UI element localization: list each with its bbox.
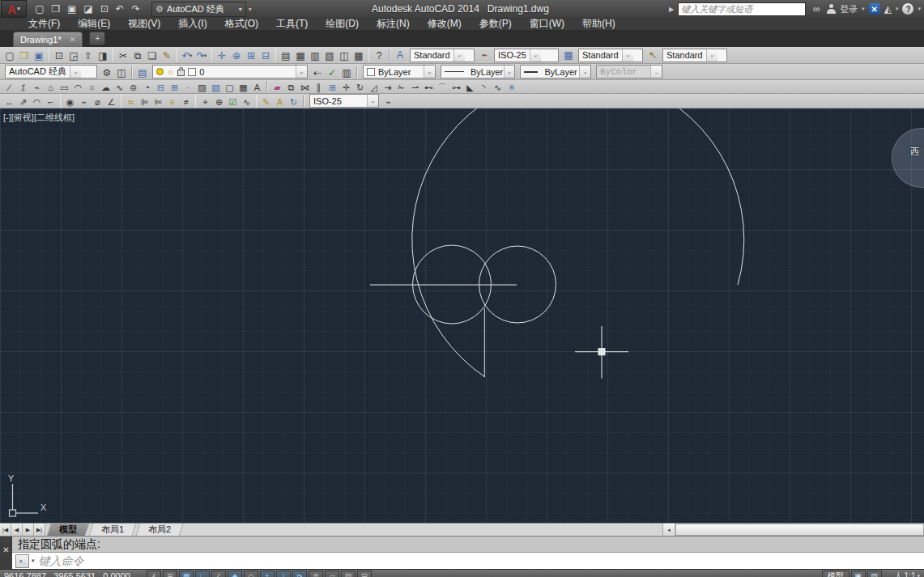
mleader-style-icon[interactable]: ↖ <box>645 49 660 62</box>
chevron-down-icon[interactable]: ⌄ <box>706 49 717 62</box>
plot-preview-icon[interactable]: ◲ <box>66 49 81 62</box>
zoom-window-icon[interactable]: ⊞ <box>244 49 258 62</box>
layout-nav-button-2[interactable]: ▶ <box>23 524 34 536</box>
command-close-icon[interactable]: ✕ <box>2 545 9 554</box>
signin-caret-icon[interactable]: ▾ <box>862 6 865 12</box>
lineweight-combo[interactable]: ByLayer ⌄ <box>520 65 591 78</box>
match-properties-icon[interactable]: ✎ <box>160 49 174 62</box>
move-icon[interactable]: ✛ <box>339 83 353 94</box>
status-selection-cycling[interactable]: ⊟ <box>357 571 372 577</box>
qat-undo-icon[interactable]: ↶▾ <box>113 2 129 16</box>
qat-open-icon[interactable]: ❒ <box>48 2 64 16</box>
line-icon[interactable]: ∕ <box>2 83 16 94</box>
scrollbar-thumb[interactable] <box>675 524 924 536</box>
markup-icon[interactable]: ◫ <box>337 49 351 62</box>
linetype-combo[interactable]: ByLayer ⌄ <box>441 65 515 78</box>
qat-saveas-icon[interactable]: ◪ <box>80 2 96 16</box>
quickcalc-icon[interactable]: ▩ <box>351 49 366 62</box>
offset-icon[interactable]: ∥ <box>312 83 326 94</box>
dim-style-manager-icon[interactable]: ⌁ <box>381 96 395 108</box>
model-space-canvas[interactable]: [-][俯视][二维线框] 西 YX <box>0 108 924 523</box>
command-options-caret-icon[interactable]: ▾ <box>32 558 35 564</box>
dim-style-combo[interactable]: ISO-25 ⌄ <box>494 49 559 62</box>
qat-plot-icon[interactable]: ⊡ <box>96 2 113 16</box>
workspace-combo[interactable]: AutoCAD 经典 ⌄ <box>5 65 97 78</box>
annotation-scale-caret-icon[interactable]: ▾ <box>917 573 920 577</box>
status-dyn[interactable]: ⊳ <box>292 571 307 577</box>
rotate-icon[interactable]: ↻ <box>353 83 367 94</box>
mleader-style-combo[interactable]: Standard ⌄ <box>662 49 727 62</box>
help-icon[interactable]: ? <box>372 49 386 62</box>
horizontal-scrollbar[interactable]: ◂ <box>662 524 924 536</box>
dim-style-icon[interactable]: ⌁ <box>477 49 492 62</box>
status-3dosnap[interactable]: ◇ <box>244 571 258 577</box>
status-snap[interactable]: ⊞ <box>163 571 177 577</box>
dim-radius-icon[interactable]: ◉ <box>63 96 77 108</box>
dim-angular-icon[interactable]: ∠ <box>104 96 118 108</box>
open-icon[interactable]: ❒ <box>17 49 32 62</box>
copy-clip-icon[interactable]: ⧉ <box>130 49 145 62</box>
circle-icon[interactable]: ○ <box>85 83 99 94</box>
region-icon[interactable]: ▢ <box>223 83 236 94</box>
gradient-icon[interactable]: ▧ <box>209 83 223 94</box>
redo-icon[interactable]: ↷▾ <box>194 49 209 62</box>
properties-palette-icon[interactable]: ▤ <box>279 49 293 62</box>
designcenter-icon[interactable]: ▦ <box>293 49 308 62</box>
blend-curves-icon[interactable]: ∿ <box>491 83 505 94</box>
autodesk360-icon[interactable]: ◭ <box>884 3 892 15</box>
layout-tab-布局2[interactable]: 布局2 <box>136 524 184 536</box>
spline-icon[interactable]: ∿ <box>113 83 126 94</box>
pan-icon[interactable]: ✛ <box>215 49 229 62</box>
layer-previous-icon[interactable]: ▥ <box>339 66 354 79</box>
command-input[interactable] <box>37 554 924 568</box>
dim-space-icon[interactable]: ≡ <box>165 96 179 108</box>
trim-icon[interactable]: ✁ <box>394 83 408 94</box>
chevron-down-icon[interactable]: ⌄ <box>504 66 514 78</box>
table-style-combo[interactable]: Standard ⌄ <box>578 49 643 62</box>
dim-inspect-icon[interactable]: ☑ <box>226 96 240 108</box>
menu-insert[interactable]: 插入(I) <box>169 18 215 30</box>
join-icon[interactable]: ⊶ <box>449 83 463 94</box>
layout-tab-布局1[interactable]: 布局1 <box>89 524 137 536</box>
status-polar[interactable]: ∠ <box>211 571 226 577</box>
export-dwf-icon[interactable]: ◨ <box>96 49 110 62</box>
mirror-icon[interactable]: ⋈ <box>298 83 312 94</box>
model-space-button[interactable]: 模型 <box>822 571 849 577</box>
paste-icon[interactable]: ❏ <box>145 49 160 62</box>
chevron-down-icon[interactable]: ⌄ <box>424 66 435 78</box>
chevron-down-icon[interactable]: ⌄ <box>579 66 590 78</box>
chevron-down-icon[interactable]: ⌄ <box>296 66 307 78</box>
annotation-scale-control[interactable]: 人 1:1 ▾ <box>895 571 920 577</box>
scroll-left-icon[interactable]: ◂ <box>663 524 675 536</box>
qat-undo-icon-caret[interactable]: ▾ <box>123 6 126 12</box>
chevron-down-icon[interactable]: ⌄ <box>70 66 81 78</box>
new-drawing-tab-button[interactable]: + <box>89 32 105 45</box>
menu-tools[interactable]: 工具(T) <box>267 18 317 30</box>
object-color-combo[interactable]: ByLayer ⌄ <box>363 65 436 78</box>
menu-edit[interactable]: 编辑(E) <box>69 18 119 30</box>
erase-icon[interactable]: ▰ <box>270 83 284 94</box>
ellipse-arc-icon[interactable]: ◔ <box>140 83 154 94</box>
copy-icon[interactable]: ⧉ <box>284 83 298 94</box>
status-grid[interactable]: ▦ <box>179 571 194 577</box>
dim-linear-icon[interactable]: ↔ <box>2 96 16 108</box>
chevron-down-icon[interactable]: ⌄ <box>622 49 633 62</box>
chamfer-icon[interactable]: ◣ <box>463 83 477 94</box>
infocenter-expand-icon[interactable]: ▶ <box>669 6 674 13</box>
dim-break-icon[interactable]: ≠ <box>179 96 193 108</box>
explode-icon[interactable]: ✳ <box>505 83 518 94</box>
break-icon[interactable]: ⌒ <box>436 83 449 94</box>
workspace-save-icon[interactable]: ◫ <box>114 66 129 79</box>
dim-edit-icon[interactable]: ✎ <box>259 96 273 108</box>
zoom-realtime-icon[interactable]: ⊕ <box>229 49 244 62</box>
fillet-icon[interactable]: ◝ <box>477 83 491 94</box>
chevron-down-icon[interactable]: ⌄ <box>367 95 378 107</box>
plot-icon[interactable]: ⊡ <box>52 49 66 62</box>
scale-icon[interactable]: ◿ <box>367 83 381 94</box>
search-icon[interactable]: ∞ <box>810 3 823 15</box>
menu-parametric[interactable]: 参数(P) <box>471 18 521 30</box>
array-icon[interactable]: ⊞ <box>326 83 339 94</box>
publish-icon[interactable]: ⇧ <box>81 49 96 62</box>
menu-draw[interactable]: 绘图(D) <box>317 18 368 30</box>
menu-view[interactable]: 视图(V) <box>119 18 169 30</box>
